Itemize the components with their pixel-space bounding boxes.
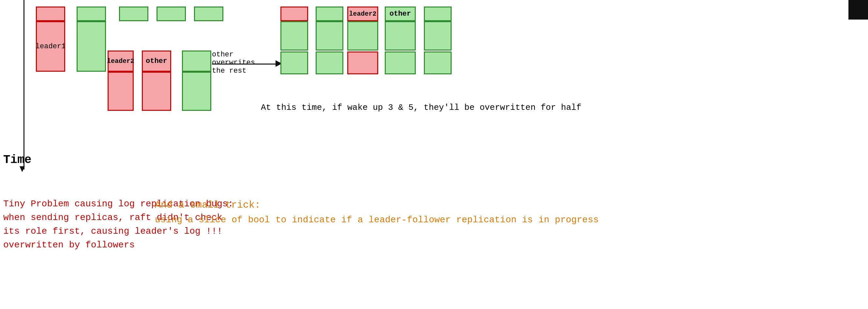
r4-bottom2 <box>385 52 416 74</box>
box5-mid-bottom <box>182 72 211 111</box>
r3-leader2: leader2 <box>347 6 378 74</box>
r5-top <box>424 6 452 21</box>
time-label: Time <box>3 153 31 166</box>
box2-bottom <box>76 21 106 72</box>
arrow-label: other overwrites the rest <box>212 51 255 75</box>
canvas: Time leader1 leader2 other <box>0 0 868 309</box>
box4 <box>156 6 186 21</box>
r2-bottom2 <box>316 52 343 74</box>
box5-mid <box>182 51 211 111</box>
box-other-left: other <box>142 51 171 111</box>
r3-top: leader2 <box>347 6 378 21</box>
arrow-line <box>212 64 277 65</box>
box-leader2-left-top: leader2 <box>107 51 134 72</box>
r2-box <box>316 6 343 74</box>
box2-top <box>76 6 106 21</box>
box-leader1-bottom: leader1 <box>36 21 65 72</box>
r3-bottom1 <box>347 21 378 51</box>
r2-top <box>316 6 343 21</box>
leader1-label: leader1 <box>35 42 66 51</box>
r3-bottom2 <box>347 52 378 74</box>
box-other-left-bottom <box>142 72 171 111</box>
box3 <box>119 6 148 21</box>
r4-top: other <box>385 6 416 21</box>
red-line4: overwritten by followers <box>3 238 234 252</box>
right-text: At this time, if wake up 3 & 5, they'll … <box>261 103 581 113</box>
r5-bottom1 <box>424 21 452 51</box>
box2 <box>76 6 106 72</box>
time-line <box>24 0 25 169</box>
box-other-left-top: other <box>142 51 171 72</box>
box-leader2-left: leader2 <box>107 51 134 111</box>
r1-bottom1 <box>280 21 308 51</box>
box5-top <box>194 6 223 21</box>
r4-other: other <box>385 6 416 74</box>
r4-bottom1 <box>385 21 416 51</box>
orange-body: using a slice of bool to indicate if a l… <box>155 213 599 227</box>
orange-title: And a small trick: <box>155 197 599 213</box>
box5 <box>194 6 223 21</box>
box-leader1: leader1 <box>36 6 65 72</box>
box3-top <box>119 6 148 21</box>
time-arrow <box>20 166 25 172</box>
box-leader2-left-bottom <box>107 72 134 111</box>
box-leader1-top <box>36 6 65 21</box>
r5-bottom2 <box>424 52 452 74</box>
r1-bottom2 <box>280 52 308 74</box>
r1-top <box>280 6 308 21</box>
r2-bottom1 <box>316 21 343 51</box>
black-square <box>848 0 868 20</box>
box4-top <box>156 6 186 21</box>
box5-mid-top <box>182 51 211 72</box>
bottom-orange-text: And a small trick: using a slice of bool… <box>155 197 599 227</box>
r5-box <box>424 6 452 74</box>
r1-box <box>280 6 308 74</box>
